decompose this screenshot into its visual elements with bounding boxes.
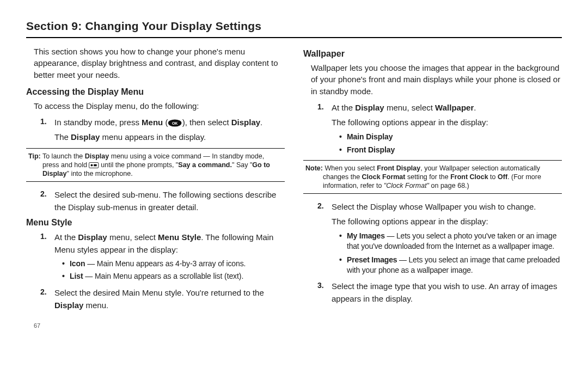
- text: — Main Menu appears as a scrollable list…: [83, 272, 244, 280]
- text: At the: [332, 103, 355, 112]
- text: ), then select: [182, 118, 231, 127]
- text: menu, select: [107, 232, 158, 242]
- menustyle-step-2: 2. Select the desired Main Menu style. Y…: [40, 286, 285, 312]
- text: " Say ": [232, 161, 252, 169]
- note-text: Note: When you select Front Display, you…: [305, 164, 560, 190]
- option-list: List — Main Menu appears as a scrollable…: [62, 271, 285, 282]
- manual-page: Section 9: Changing Your Display Setting…: [0, 0, 588, 339]
- bold-menu-style: Menu Style: [158, 232, 201, 242]
- intro-paragraph: This section shows you how to change you…: [26, 46, 285, 81]
- bold-display: Display: [54, 301, 83, 310]
- step-number: 1.: [40, 231, 47, 243]
- text: Select the image type that you wish to u…: [332, 281, 557, 303]
- text: .: [260, 118, 262, 127]
- bold-main-display: Main Display: [347, 132, 393, 141]
- bold-display: Display: [355, 103, 384, 112]
- step-subline: The following options appear in the disp…: [332, 116, 562, 128]
- bold-front-display: Front Display: [347, 145, 395, 154]
- text: — Main Menu appears as 4-by-3 array of i…: [85, 259, 246, 268]
- bold-icon: Icon: [70, 259, 85, 268]
- step-number: 1.: [317, 101, 324, 113]
- text: " into the microphone.: [66, 170, 132, 177]
- bold-display: Display: [78, 232, 107, 242]
- record-key-icon: [89, 162, 99, 168]
- svg-text:OK: OK: [172, 121, 178, 125]
- text: At the: [54, 232, 78, 242]
- ok-button-icon: OK: [168, 119, 182, 127]
- text: (: [163, 118, 168, 127]
- text: until the phone prompts, ": [99, 161, 179, 169]
- page-number: 67: [26, 322, 285, 329]
- svg-point-3: [91, 164, 93, 166]
- bold-front-clock: Front Clock: [450, 173, 488, 181]
- wallpaper-steps-cont: 2. Select the Display whose Wallpaper yo…: [303, 200, 562, 305]
- menustyle-steps: 1. At the Display menu, select Menu Styl…: [26, 231, 285, 311]
- wallpaper-steps: 1. At the Display menu, select Wallpaper…: [303, 101, 562, 156]
- access-step-2: 2. Select the desired sub-menu. The foll…: [40, 188, 285, 214]
- step-number: 1.: [40, 116, 47, 128]
- wallpaper-step-2: 2. Select the Display whose Wallpaper yo…: [317, 200, 562, 275]
- text: When you select: [323, 164, 377, 172]
- text: menu, select: [384, 103, 435, 112]
- option-icon: Icon — Main Menu appears as 4-by-3 array…: [62, 259, 285, 270]
- step-number: 3.: [317, 280, 324, 292]
- menustyle-options: Icon — Main Menu appears as 4-by-3 array…: [54, 259, 285, 282]
- step-subline: The following options appear in the disp…: [332, 215, 562, 228]
- text: on page 68.): [429, 182, 469, 189]
- heading-menu-style: Menu Style: [26, 218, 285, 228]
- left-column: This section shows you how to change you…: [26, 46, 285, 329]
- bold-front-display: Front Display: [377, 164, 420, 172]
- tip-label: Tip:: [28, 152, 41, 160]
- note-label: Note:: [305, 164, 323, 172]
- access-steps-cont: 2. Select the desired sub-menu. The foll…: [26, 188, 285, 214]
- heading-accessing-display-menu: Accessing the Display Menu: [26, 87, 285, 97]
- svg-rect-4: [94, 164, 97, 167]
- two-column-layout: This section shows you how to change you…: [26, 46, 562, 329]
- wallpaper-step-1: 1. At the Display menu, select Wallpaper…: [317, 101, 562, 156]
- option-preset-images: Preset Images — Lets you select an image…: [339, 255, 562, 275]
- section-title: Section 9: Changing Your Display Setting…: [26, 20, 562, 38]
- image-type-options: My Images — Lets you select a photo you'…: [332, 231, 562, 275]
- text: .: [474, 103, 476, 112]
- text: setting for the: [405, 173, 450, 181]
- cross-reference: "Clock Format": [384, 182, 429, 189]
- text: to: [488, 173, 498, 181]
- access-steps: 1. In standby mode, press Menu (OK), the…: [26, 116, 285, 144]
- step-number: 2.: [40, 286, 47, 298]
- text: menu.: [83, 301, 108, 310]
- menustyle-step-1: 1. At the Display menu, select Menu Styl…: [40, 231, 285, 282]
- text: Select the desired Main Menu style. You'…: [54, 288, 264, 297]
- tip-box: Tip: To launch the Display menu using a …: [26, 148, 285, 182]
- text: menu appears in the display.: [100, 132, 206, 142]
- option-main-display: Main Display: [339, 132, 562, 143]
- step-subline: The Display menu appears in the display.: [54, 131, 285, 143]
- text: Select the desired sub-menu. The followi…: [54, 190, 276, 212]
- bold-wallpaper: Wallpaper: [435, 103, 474, 112]
- access-lead: To access the Display menu, do the follo…: [34, 100, 285, 112]
- bold-display: Display: [71, 132, 100, 142]
- heading-wallpaper: Wallpaper: [303, 49, 562, 59]
- access-step-1: 1. In standby mode, press Menu (OK), the…: [40, 116, 285, 144]
- text: In standby mode, press: [54, 118, 142, 127]
- text: The: [54, 132, 71, 142]
- bold-my-images: My Images: [347, 231, 385, 240]
- text: To launch the: [41, 152, 85, 160]
- note-box: Note: When you select Front Display, you…: [303, 160, 562, 194]
- bold-say-command: Say a command.: [178, 161, 232, 169]
- bold-preset-images: Preset Images: [347, 255, 397, 264]
- bold-list: List: [70, 272, 83, 280]
- wallpaper-lead: Wallpaper lets you choose the images tha…: [311, 62, 562, 97]
- bold-menu: Menu: [142, 118, 163, 127]
- right-column: Wallpaper Wallpaper lets you choose the …: [303, 46, 562, 329]
- step-number: 2.: [317, 200, 324, 212]
- bold-clock-format: Clock Format: [362, 173, 406, 181]
- tip-text: Tip: To launch the Display menu using a …: [28, 152, 283, 178]
- bold-off: Off: [498, 173, 507, 181]
- wallpaper-step-3: 3. Select the image type that you wish t…: [317, 280, 562, 305]
- display-options: Main Display Front Display: [332, 132, 562, 155]
- bold-display: Display: [85, 152, 109, 160]
- step-number: 2.: [40, 188, 47, 200]
- text: Select the Display whose Wallpaper you w…: [332, 202, 536, 211]
- option-my-images: My Images — Lets you select a photo you'…: [339, 231, 562, 252]
- option-front-display: Front Display: [339, 145, 562, 156]
